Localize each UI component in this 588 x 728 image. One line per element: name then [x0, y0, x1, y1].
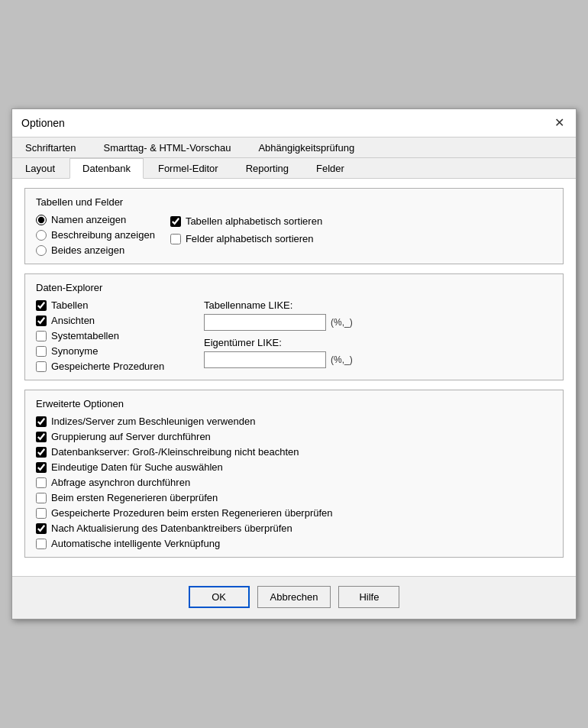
checkbox-indizes-label: Indizes/Server zum Beschleunigen verwend…: [51, 416, 255, 427]
tabellenname-like-hint: (%,_): [331, 317, 353, 328]
checkbox-tabellen-alpha-label: Tabellen alphabetisch sortieren: [186, 215, 322, 227]
checkbox-nach-aktualisierung-label: Nach Aktualisierung des Datenbanktreiber…: [51, 523, 292, 534]
radio-namen-label: Namen anzeigen: [51, 214, 126, 225]
tab-felder[interactable]: Felder: [303, 158, 357, 178]
daten-explorer-inner: Tabellen Ansichten Systemtabellen Synony…: [36, 299, 552, 372]
checkbox-synonyme[interactable]: Synonyme: [36, 345, 189, 357]
checkbox-automatische-label: Automatische intelligente Verknüpfung: [51, 538, 220, 549]
tabellenname-like-label: Tabellenname LIKE:: [204, 299, 552, 311]
checkbox-felder-alpha[interactable]: Felder alphabetisch sortieren: [170, 233, 552, 244]
checkbox-tabellen-alpha[interactable]: Tabellen alphabetisch sortieren: [170, 215, 552, 227]
checkbox-felder-alpha-input[interactable]: [170, 234, 181, 244]
checkbox-ansichten-label: Ansichten: [51, 315, 95, 326]
tab-layout[interactable]: Layout: [12, 158, 68, 178]
checkbox-eindeutige-input[interactable]: [36, 462, 47, 473]
tab-smarttag[interactable]: Smarttag- & HTML-Vorschau: [90, 138, 244, 157]
checkbox-abfrage-label: Abfrage asynchron durchführen: [51, 477, 190, 488]
radio-namen[interactable]: Namen anzeigen: [36, 214, 155, 225]
checkbox-gespeicherte-proz-input[interactable]: [36, 508, 47, 519]
tab-schriftarten[interactable]: Schriftarten: [12, 138, 89, 157]
tabellenname-like-input-row: (%,_): [204, 314, 552, 331]
window-title: Optionen: [21, 117, 65, 129]
checkbox-tabellen-de-label: Tabellen: [51, 299, 88, 311]
checkbox-systemtabellen-input[interactable]: [36, 331, 47, 341]
checkbox-abfrage-input[interactable]: [36, 477, 47, 488]
dialog-window: Optionen ✕ Schriftarten Smarttag- & HTML…: [11, 108, 577, 620]
checkbox-systemtabellen-label: Systemtabellen: [51, 330, 119, 341]
checkbox-gruppierung-input[interactable]: [36, 432, 47, 442]
title-bar: Optionen ✕: [12, 109, 576, 138]
radio-beschreibung[interactable]: Beschreibung anzeigen: [36, 229, 155, 241]
abbrechen-button[interactable]: Abbrechen: [257, 586, 331, 608]
radio-beides-input[interactable]: [36, 245, 47, 256]
checkbox-felder-alpha-label: Felder alphabetisch sortieren: [186, 233, 314, 244]
checkbox-datenbankserver[interactable]: Datenbankserver: Groß-/Kleinschreibung n…: [36, 446, 552, 458]
radio-beides[interactable]: Beides anzeigen: [36, 244, 155, 256]
section-erweiterte-optionen: Erweiterte Optionen Indizes/Server zum B…: [24, 390, 564, 558]
checkbox-automatische[interactable]: Automatische intelligente Verknüpfung: [36, 538, 552, 549]
section-tabellen-felder: Tabellen und Felder Namen anzeigen Besch…: [24, 188, 564, 264]
checkbox-automatische-input[interactable]: [36, 539, 47, 549]
checkbox-gespeicherte-label: Gespeicherte Prozeduren: [51, 361, 164, 372]
eigentuemer-like-input-row: (%,_): [204, 351, 552, 368]
tabellen-felder-right: Tabellen alphabetisch sortieren Felder a…: [170, 214, 552, 256]
checkbox-ansichten-input[interactable]: [36, 315, 47, 326]
tab-abhaengigkeit[interactable]: Abhängigkeitsprüfung: [245, 138, 367, 157]
radio-namen-input[interactable]: [36, 215, 47, 225]
eigentuemer-like-label: Eigentümer LIKE:: [204, 337, 552, 348]
eigentuemer-like-hint: (%,_): [331, 354, 353, 365]
radio-group-anzeigen: Namen anzeigen Beschreibung anzeigen Bei…: [36, 214, 155, 256]
checkbox-gruppierung-label: Gruppierung auf Server durchführen: [51, 431, 211, 442]
checkbox-beim-ersten-label: Beim ersten Regenerieren überprüfen: [51, 492, 218, 503]
radio-beides-label: Beides anzeigen: [51, 244, 124, 256]
tab-reporting[interactable]: Reporting: [233, 158, 302, 178]
checkbox-tabellen-alpha-input[interactable]: [170, 216, 181, 227]
checkbox-ansichten[interactable]: Ansichten: [36, 315, 189, 326]
daten-explorer-left: Tabellen Ansichten Systemtabellen Synony…: [36, 299, 189, 372]
checkbox-datenbankserver-label: Datenbankserver: Groß-/Kleinschreibung n…: [51, 446, 299, 458]
tabellen-felder-left: Namen anzeigen Beschreibung anzeigen Bei…: [36, 214, 155, 256]
checkbox-synonyme-label: Synonyme: [51, 345, 98, 357]
checkbox-gespeicherte-proz-label: Gespeicherte Prozeduren beim ersten Rege…: [51, 507, 333, 519]
ok-button[interactable]: OK: [189, 586, 250, 608]
checkbox-eindeutige[interactable]: Eindeutige Daten für Suche auswählen: [36, 461, 552, 473]
section-title-tabellen-felder: Tabellen und Felder: [36, 196, 552, 208]
eigentuemer-like-input[interactable]: [204, 351, 326, 368]
checkbox-nach-aktualisierung-input[interactable]: [36, 523, 47, 534]
checkbox-eindeutige-label: Eindeutige Daten für Suche auswählen: [51, 461, 223, 473]
checkbox-abfrage[interactable]: Abfrage asynchron durchführen: [36, 477, 552, 488]
checkbox-indizes-input[interactable]: [36, 416, 47, 427]
tabellenname-like-input[interactable]: [204, 314, 326, 331]
tab-formel[interactable]: Formel-Editor: [145, 158, 231, 178]
radio-beschreibung-label: Beschreibung anzeigen: [51, 229, 155, 241]
checkbox-tabellen-de[interactable]: Tabellen: [36, 299, 189, 311]
close-button[interactable]: ✕: [551, 115, 567, 131]
section-daten-explorer: Daten-Explorer Tabellen Ansichten System…: [24, 273, 564, 380]
tab-datenbank[interactable]: Datenbank: [69, 158, 144, 179]
checkbox-gruppierung[interactable]: Gruppierung auf Server durchführen: [36, 431, 552, 442]
section-title-erweiterte: Erweiterte Optionen: [36, 398, 552, 409]
tabs-row1: Schriftarten Smarttag- & HTML-Vorschau A…: [12, 138, 576, 158]
tabellenname-like-row: Tabellenname LIKE: (%,_): [204, 299, 552, 331]
daten-explorer-right: Tabellenname LIKE: (%,_) Eigentümer LIKE…: [204, 299, 552, 372]
checkbox-nach-aktualisierung[interactable]: Nach Aktualisierung des Datenbanktreiber…: [36, 523, 552, 534]
checkbox-gespeicherte[interactable]: Gespeicherte Prozeduren: [36, 361, 189, 372]
checkbox-gespeicherte-proz[interactable]: Gespeicherte Prozeduren beim ersten Rege…: [36, 507, 552, 519]
button-row: OK Abbrechen Hilfe: [12, 576, 576, 619]
checkbox-tabellen-de-input[interactable]: [36, 300, 47, 311]
checkbox-indizes[interactable]: Indizes/Server zum Beschleunigen verwend…: [36, 416, 552, 427]
checkbox-gespeicherte-input[interactable]: [36, 361, 47, 372]
hilfe-button[interactable]: Hilfe: [338, 586, 399, 608]
tabellen-felder-inner: Namen anzeigen Beschreibung anzeigen Bei…: [36, 214, 552, 256]
erweiterte-inner: Indizes/Server zum Beschleunigen verwend…: [36, 416, 552, 549]
checkbox-datenbankserver-input[interactable]: [36, 447, 47, 458]
checkbox-synonyme-input[interactable]: [36, 346, 47, 357]
checkbox-systemtabellen[interactable]: Systemtabellen: [36, 330, 189, 341]
main-content: Tabellen und Felder Namen anzeigen Besch…: [12, 179, 576, 576]
eigentuemer-like-row: Eigentümer LIKE: (%,_): [204, 337, 552, 368]
checkbox-beim-ersten[interactable]: Beim ersten Regenerieren überprüfen: [36, 492, 552, 503]
checkbox-beim-ersten-input[interactable]: [36, 493, 47, 503]
radio-beschreibung-input[interactable]: [36, 230, 47, 241]
tabs-row2: Layout Datenbank Formel-Editor Reporting…: [12, 158, 576, 179]
section-title-daten-explorer: Daten-Explorer: [36, 282, 552, 293]
